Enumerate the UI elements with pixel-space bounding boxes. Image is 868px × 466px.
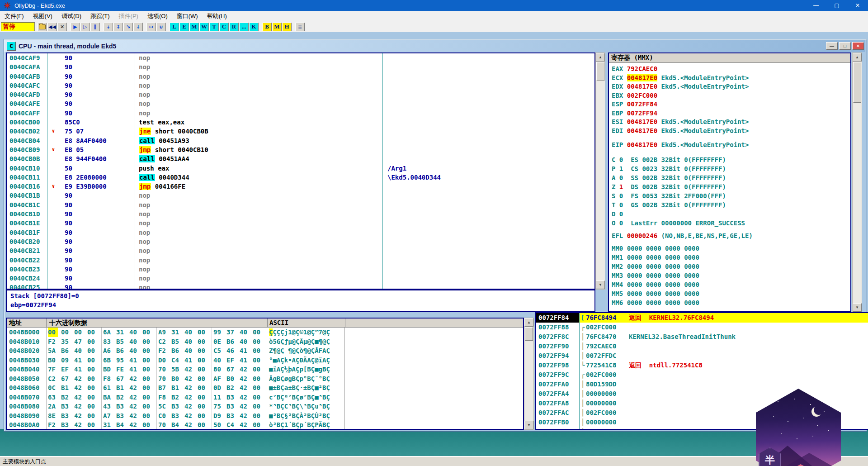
flag-row[interactable]: T 0 GS 002B 32Bit 0(FFFFFFFF) <box>612 200 850 209</box>
more-panels-button[interactable]: ... <box>239 23 249 31</box>
scroll-up-icon[interactable]: ▲ <box>524 318 533 327</box>
windows-panel-button[interactable]: W <box>199 23 209 31</box>
cpu-title-bar[interactable]: C CPU - main thread, module Ekd5 — □ ✕ <box>5 40 865 52</box>
stack-row[interactable]: 0072FFA0│80D159DD <box>536 380 868 389</box>
mm-register-row[interactable]: MM6 0000 0000 0000 0000 <box>612 298 850 307</box>
menu-item[interactable]: 视图(V) <box>28 11 57 22</box>
disassembly-row[interactable]: 0040CB2490nop <box>7 274 594 283</box>
stack-row[interactable]: 0072FFAC│002FC000 <box>536 408 868 418</box>
stack-row[interactable]: 0072FF88┌002FC000 <box>536 323 868 332</box>
stack-row[interactable]: 0072FF98└772541C8返回 ntdll.772541C8 <box>536 361 868 370</box>
register-row[interactable]: ESP 0072FF84 <box>612 100 850 109</box>
dump-row[interactable]: 0048B07063B24200BAB24200F8B2420011B34200… <box>7 393 523 402</box>
memory-dump-pane[interactable]: 地址 十六进制数据 ASCII 0048B000000000006A314000… <box>6 318 524 430</box>
mm-register-row[interactable]: MM4 0000 0000 0000 0000 <box>612 280 850 289</box>
stack-row[interactable]: 0072FFB4│00000000 <box>536 427 868 430</box>
call-stack-panel-button[interactable]: K <box>249 23 259 31</box>
disassembly-row[interactable]: 0040CB2590nop <box>7 283 594 290</box>
log-panel-button[interactable]: L <box>170 23 179 31</box>
disassembly-row[interactable]: 0040CB09∨EB 05jmp short 0040CB10 <box>7 145 594 154</box>
minimize-button[interactable]: — <box>806 0 826 11</box>
disassembly-row[interactable]: 0040CB2090nop <box>7 237 594 246</box>
mm-register-row[interactable]: MM0 0000 0000 0000 0000 <box>612 244 850 253</box>
scroll-up-icon[interactable]: ▲ <box>596 53 605 62</box>
flag-row[interactable]: S 0 FS 0053 32Bit 2FF000(FFF) <box>612 191 850 200</box>
close-program-button[interactable]: ✕ <box>57 23 67 31</box>
execute-till-return-button[interactable]: ↦ <box>146 23 156 31</box>
mm-register-row[interactable]: MM3 0000 0000 0000 0000 <box>612 271 850 280</box>
disassembly-row[interactable]: 0040CB11E8 2E080000call 0040D344\Ekd5.00… <box>7 173 594 182</box>
cpu-minimize-button[interactable]: — <box>826 42 838 50</box>
disassembly-row[interactable]: 0040CB2290nop <box>7 256 594 265</box>
flag-row[interactable]: C 0 ES 002B 32Bit 0(FFFFFFFF) <box>612 155 850 164</box>
scroll-down-icon[interactable]: ▼ <box>853 303 862 312</box>
dump-row[interactable]: 0048B0908EB34200A7B34200C0B34200D9B34200… <box>7 411 523 421</box>
dump-row[interactable]: 0048B0600CB1420061B14200B7B142000DB24200… <box>7 383 523 393</box>
dump-row[interactable]: 0048B010F235470083B54000C2B540000EB64000… <box>7 337 523 347</box>
scroll-thumb[interactable] <box>525 327 533 341</box>
open-file-button[interactable] <box>38 23 47 31</box>
disassembly-row[interactable]: 0040CB1C90nop <box>7 200 594 209</box>
register-row[interactable]: EBP 0072FF94 <box>612 109 850 118</box>
dump-row[interactable]: 0048B000000000006A314000A931400099374000… <box>7 328 523 337</box>
menu-item[interactable]: 选项(O) <box>143 11 172 22</box>
disassembly-row[interactable]: 0040CAFF90nop <box>7 109 594 118</box>
disassembly-row[interactable]: 0040CB1050push eax/Arg1 <box>7 164 594 173</box>
disassembly-row[interactable]: 0040CB1D90nop <box>7 209 594 219</box>
dump-scrollbar[interactable]: ▲ ▼ <box>524 318 534 430</box>
disassembly-row[interactable]: 0040CAFE90nop <box>7 99 594 108</box>
disassembly-row[interactable]: 0040CB2390nop <box>7 265 594 274</box>
executables-panel-button[interactable]: E <box>179 23 189 31</box>
registers-scrollbar[interactable]: ▲ ▼ <box>852 52 862 312</box>
mm-register-row[interactable]: MM5 0000 0000 0000 0000 <box>612 289 850 298</box>
cpu-maximize-button[interactable]: □ <box>839 42 851 50</box>
close-button[interactable]: ✕ <box>847 0 868 11</box>
disassembly-row[interactable]: 0040CB02∨75 07jne short 0040CB0B <box>7 127 594 136</box>
stack-row[interactable]: 0072FF90│792CAEC0 <box>536 342 868 351</box>
register-row[interactable]: EIP 004817E0 Ekd5.<ModuleEntryPoint> <box>612 141 850 150</box>
disassembly-row[interactable]: 0040CB1F90nop <box>7 228 594 237</box>
execute-till-user-code-button[interactable]: ∪ <box>156 23 166 31</box>
stack-row[interactable]: 0072FFA4│00000000 <box>536 389 868 399</box>
threads-panel-button[interactable]: T <box>209 23 219 31</box>
disassembly-row[interactable]: 0040CB1E90nop <box>7 219 594 228</box>
flag-row[interactable]: A 0 SS 002B 32Bit 0(FFFFFFFF) <box>612 173 850 182</box>
register-row[interactable]: EBX 002FC000 <box>612 91 850 100</box>
flag-row[interactable]: O 0 LastErr 00000000 ERROR_SUCCESS <box>612 219 850 228</box>
cpu-panel-button[interactable]: C <box>219 23 229 31</box>
scroll-down-icon[interactable]: ▼ <box>596 281 605 289</box>
stack-row[interactable]: 0072FF9C┌002FC000 <box>536 370 868 380</box>
dump-row[interactable]: 0048B0205AB64000A6B64000F2B64000C5464100… <box>7 346 523 356</box>
dump-row[interactable]: 0048B050C2674200F867420070B04200AFB04200… <box>7 374 523 384</box>
disassembly-row[interactable]: 0040CB04E8 8A4F0400call 00451A93 <box>7 136 594 145</box>
disassembly-row[interactable]: 0040CAFC90nop <box>7 81 594 90</box>
dump-row[interactable]: 0048B030B00941006B954100D0C4410040EF4100… <box>7 356 523 365</box>
memory-panel-button[interactable]: M <box>189 23 199 31</box>
disassembly-scrollbar[interactable]: ▲ ▼ <box>595 52 605 290</box>
dump-row[interactable]: 0048B0B0 <box>7 430 523 430</box>
animate-over-button[interactable]: ↓ <box>133 23 143 31</box>
handles-panel-button[interactable]: H <box>282 23 292 31</box>
run-button[interactable]: ▶ <box>71 23 80 31</box>
maximize-button[interactable]: ▢ <box>826 0 847 11</box>
step-over-button[interactable]: ↧ <box>113 23 123 31</box>
dump-row[interactable]: 0048B0407FEF4100BDFE4100705B420080674200… <box>7 365 523 374</box>
register-row[interactable]: EAX 792CAEC0 <box>612 65 850 74</box>
restart-button[interactable]: ◀◀ <box>47 23 57 31</box>
mm-register-row[interactable]: MM1 0000 0000 0000 0000 <box>612 253 850 262</box>
scroll-down-icon[interactable]: ▼ <box>524 421 533 429</box>
cpu-close-button[interactable]: ✕ <box>852 42 864 50</box>
scroll-thumb[interactable] <box>596 62 604 81</box>
disassembly-row[interactable]: 0040CAFA90nop <box>7 62 594 71</box>
animate-into-button[interactable]: ↘ <box>123 23 133 31</box>
register-row[interactable]: EDI 004817E0 Ekd5.<ModuleEntryPoint> <box>612 127 850 136</box>
disassembly-row[interactable]: 0040CB1B90nop <box>7 191 594 200</box>
disassembly-row[interactable]: 0040CB0085C0test eax,eax <box>7 118 594 127</box>
registers-pane[interactable]: 寄存器 (MMX) EAX 792CAEC0ECX 004817E0 Ekd5.… <box>608 52 851 312</box>
stack-row[interactable]: 0072FFB0│00000000 <box>536 418 868 427</box>
menu-item[interactable]: 窗口(W) <box>172 11 203 22</box>
disassembly-row[interactable]: 0040CAFD90nop <box>7 90 594 99</box>
flag-row[interactable]: P 1 CS 0023 32Bit 0(FFFFFFFF) <box>612 164 850 173</box>
breakpoints-panel-button[interactable]: B <box>262 23 272 31</box>
run-trace-button[interactable]: ▷ <box>80 23 90 31</box>
